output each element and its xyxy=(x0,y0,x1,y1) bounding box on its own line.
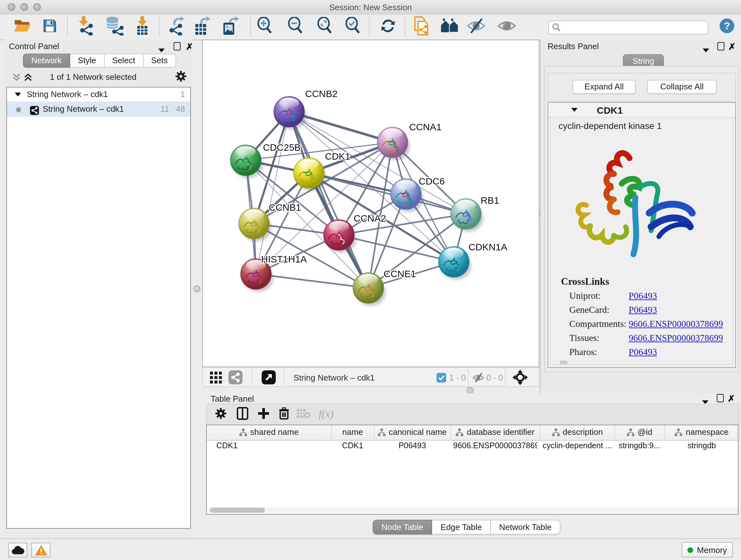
column-header-@id[interactable]: @id xyxy=(615,425,665,439)
selected-checkbox-icon[interactable] xyxy=(436,373,446,384)
collapse-all-button[interactable]: Collapse All xyxy=(647,80,717,94)
table-h-scrollbar[interactable] xyxy=(207,507,738,513)
zoom-fit-icon[interactable] xyxy=(317,17,333,37)
export-network-icon[interactable] xyxy=(167,16,185,37)
network-row[interactable]: String Network – cdk1 11 48 xyxy=(7,102,190,117)
column-header-canonical-name[interactable]: canonical name xyxy=(374,425,451,439)
minimize-window-button[interactable] xyxy=(20,3,28,11)
window-titlebar: Session: New Session xyxy=(0,0,741,15)
tab-edge-table[interactable]: Edge Table xyxy=(432,520,491,535)
panel-close-icon[interactable]: ✗ xyxy=(728,394,735,403)
search-input[interactable] xyxy=(548,20,709,35)
export-table-icon[interactable] xyxy=(194,16,211,37)
tab-node-table[interactable]: Node Table xyxy=(373,520,432,535)
export-image-icon[interactable] xyxy=(222,16,239,37)
crosslink-link[interactable]: P06493 xyxy=(629,305,657,315)
panel-float-icon[interactable] xyxy=(718,42,724,52)
import-table-from-file-icon[interactable] xyxy=(135,16,149,37)
warning-button[interactable] xyxy=(31,543,51,557)
hide-eye-slash-icon[interactable] xyxy=(467,17,486,36)
clone-network-icon[interactable] xyxy=(413,16,429,37)
show-eye-icon[interactable] xyxy=(497,17,516,36)
table-cell[interactable]: P06493 xyxy=(377,441,448,450)
network-tree: String Network – cdk1 1 String Network –… xyxy=(6,87,191,529)
network-share-icon[interactable] xyxy=(228,370,243,386)
crosslink-row: Pharos:P06493 xyxy=(569,347,729,361)
scrollbar-thumb[interactable] xyxy=(210,508,265,513)
network-collection-row[interactable]: String Network – cdk1 1 xyxy=(7,87,190,102)
table-panel: Table Panel ✗ f(x) shared namenamecanoni… xyxy=(192,393,741,538)
function-builder-icon: f(x) xyxy=(319,408,333,421)
crosslink-link[interactable]: P06493 xyxy=(629,291,657,301)
expand-all-button[interactable]: Expand All xyxy=(572,80,636,94)
tab-sets[interactable]: Sets xyxy=(143,54,176,68)
close-window-button[interactable] xyxy=(8,3,15,11)
tab-network-table[interactable]: Network Table xyxy=(491,520,560,535)
table-gear-icon[interactable] xyxy=(215,408,227,422)
toolbar-separator xyxy=(468,369,468,386)
toolbar-separator xyxy=(159,17,159,37)
panel-float-icon[interactable] xyxy=(717,394,724,404)
panel-menu-icon[interactable] xyxy=(703,45,709,54)
table-cell[interactable]: CDK1 xyxy=(216,441,330,450)
memory-button[interactable]: Memory xyxy=(682,542,733,557)
collection-label: String Network – cdk1 xyxy=(27,87,108,102)
svg-text:CCNA1: CCNA1 xyxy=(409,122,442,132)
node-result-title: CDK1 xyxy=(597,105,623,116)
pan-crosshair-icon[interactable] xyxy=(513,370,528,387)
svg-text:CDK1: CDK1 xyxy=(325,151,350,162)
crosslink-label: Uniprot: xyxy=(569,291,601,301)
column-header-shared-name[interactable]: shared name xyxy=(207,425,332,439)
table-cell[interactable]: cyclin-dependent ... xyxy=(542,441,612,450)
table-cell[interactable]: 9606.ENSP00000378699 xyxy=(453,441,537,450)
crosslink-link[interactable]: 9606.ENSP00000378699 xyxy=(629,319,723,329)
home-networks-icon[interactable] xyxy=(441,18,460,36)
left-splitter-handle[interactable] xyxy=(193,286,200,293)
crosslink-link[interactable]: 9606.ENSP00000378699 xyxy=(629,333,723,344)
select-columns-icon[interactable] xyxy=(237,407,248,422)
column-header-name[interactable]: name xyxy=(331,425,375,439)
network-status-dot-icon xyxy=(16,107,21,112)
open-session-icon[interactable] xyxy=(13,18,31,36)
zoom-selected-icon[interactable] xyxy=(345,17,361,37)
grid-view-icon[interactable] xyxy=(210,372,222,386)
node-table[interactable]: shared namenamecanonical namedatabase id… xyxy=(206,425,738,515)
network-selected-status: 1 of 1 Network selected xyxy=(4,72,183,82)
table-cell[interactable]: CDK1 xyxy=(334,441,372,450)
zoom-in-icon[interactable] xyxy=(257,17,273,37)
panel-menu-icon[interactable] xyxy=(158,45,165,54)
refresh-icon[interactable] xyxy=(380,17,396,36)
cloud-button[interactable] xyxy=(8,543,27,557)
panel-float-icon[interactable] xyxy=(174,42,181,52)
panel-close-icon[interactable]: ✗ xyxy=(728,42,736,52)
column-header-database-identifier[interactable]: database identifier xyxy=(451,425,541,439)
help-button[interactable]: ? xyxy=(719,18,735,36)
save-session-icon[interactable] xyxy=(42,18,57,36)
tab-style[interactable]: Style xyxy=(70,54,105,68)
tab-select[interactable]: Select xyxy=(105,54,143,68)
panel-close-icon[interactable]: ✗ xyxy=(186,42,193,52)
import-network-from-database-icon[interactable] xyxy=(105,16,124,37)
memory-label: Memory xyxy=(697,545,727,555)
delete-column-icon[interactable] xyxy=(279,408,289,422)
detach-view-icon[interactable] xyxy=(262,370,276,386)
crosslink-link[interactable]: P06493 xyxy=(629,347,657,358)
tab-network[interactable]: Network xyxy=(23,54,70,68)
column-header-namespace[interactable]: namespace xyxy=(664,425,740,439)
section-collapse-icon[interactable] xyxy=(571,108,578,112)
zoom-window-button[interactable] xyxy=(33,3,41,11)
import-network-from-file-icon[interactable] xyxy=(77,16,95,37)
options-gear-icon[interactable] xyxy=(175,70,187,84)
zoom-out-icon[interactable] xyxy=(287,17,304,37)
collection-expand-icon[interactable] xyxy=(15,92,21,97)
resize-grip[interactable] xyxy=(560,361,567,364)
add-column-icon[interactable] xyxy=(258,408,269,421)
table-cell[interactable]: stringdb:9... xyxy=(617,441,662,450)
node-result-header[interactable]: CDK1 xyxy=(548,103,735,118)
status-bar: Memory xyxy=(0,538,741,560)
toolbar-separator xyxy=(67,17,68,37)
network-canvas[interactable]: CCNB2CCNA1CDC25BCDK1CDC6RB1CCNB1CCNA2CDK… xyxy=(202,40,539,367)
table-cell[interactable]: stringdb xyxy=(667,441,737,450)
bottom-splitter-handle[interactable] xyxy=(467,387,474,394)
column-header-description[interactable]: description xyxy=(540,425,615,439)
